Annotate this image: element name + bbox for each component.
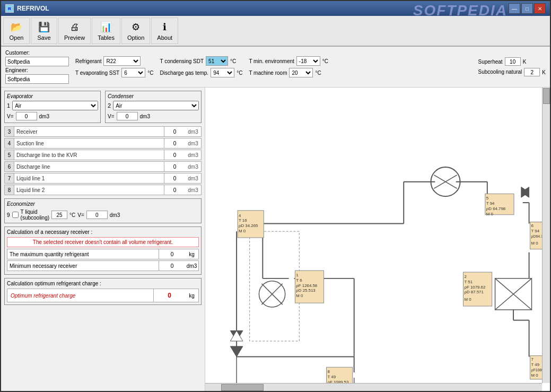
t-evap-unit: °C [147, 70, 153, 76]
subcooling-input[interactable] [524, 68, 540, 76]
t-machine-unit: °C [315, 70, 321, 76]
main-content: Evaporator 1 Air V= dm3 Condenser [1, 88, 550, 391]
row-num: 5 [5, 150, 14, 160]
superheat-unit: K [523, 59, 527, 65]
discharge-line-input[interactable] [164, 162, 185, 171]
suction-line-input[interactable] [164, 138, 185, 148]
volume-rows: 3 Receiver dm3 4 Suction line dm3 5 Disc… [4, 126, 202, 195]
main-window: R REFRIVOL SOFTPEDIA — □ ✕ 📂 Open 💾 Save… [0, 0, 551, 392]
subcooling-label: Subcooling natural [478, 69, 522, 75]
t-evap-row: T evaporating SST 6 °C [75, 68, 153, 77]
svg-text:M  0: M 0 [531, 241, 539, 246]
evap-inner: 1 Air [7, 101, 98, 110]
t-min-env-row: T min. environment -18 °C [249, 56, 328, 66]
superheat-section: Superheat K Subcooling natural K [478, 57, 546, 76]
max-qty-input[interactable] [159, 249, 185, 259]
about-button[interactable]: ℹ About [151, 18, 178, 44]
window-title: REFRIVOL [17, 5, 49, 12]
diagram-svg: 4 T 16 ρD 34.265 M 0 5 T 94 ρD 64.798 M … [205, 88, 550, 391]
discharge-select[interactable]: 94 [211, 68, 234, 77]
min-receiver-label: Minimum necessary receiver [7, 263, 159, 269]
scroll-thumb-vertical[interactable] [543, 88, 550, 104]
evap-v-input[interactable] [16, 112, 37, 120]
customer-input[interactable] [5, 57, 69, 66]
cond-v-unit: dm3 [140, 114, 150, 119]
evaporator-title: Evaporator [7, 93, 98, 99]
svg-text:ρD 25.513: ρD 25.513 [296, 288, 316, 293]
refrigerant-select[interactable]: R22R134aR404A [103, 56, 141, 66]
row-label: Receiver [14, 129, 164, 135]
title-bar: R REFRIVOL SOFTPEDIA — □ ✕ [1, 1, 550, 16]
superheat-input[interactable] [505, 57, 521, 66]
economizer-title: Economizer [7, 201, 199, 207]
t-condensing-select[interactable]: 51 [206, 56, 228, 66]
svg-text:T   6: T 6 [296, 278, 302, 283]
liquid-line2-input[interactable] [164, 185, 185, 195]
t-machine-select[interactable]: 20 [289, 68, 313, 77]
max-qty-unit: kg [185, 251, 198, 257]
optimum-value-input[interactable] [153, 289, 185, 302]
cond-num: 2 [108, 102, 111, 109]
t-evap-select[interactable]: 6 [121, 68, 145, 77]
close-button[interactable]: ✕ [534, 3, 546, 14]
minimize-button[interactable]: — [509, 3, 520, 14]
svg-rect-0 [205, 90, 550, 388]
optimum-label: Optimum refrigerant charge [7, 293, 153, 299]
title-bar-left: R REFRIVOL [5, 4, 49, 13]
window-controls: — □ ✕ [509, 3, 546, 14]
economizer-t-input[interactable] [51, 211, 67, 219]
discharge-row: Discharge gas temp. 94 °C [160, 68, 242, 77]
evap-v-row: V= dm3 [7, 112, 98, 120]
customer-section: Customer: Engineer: [5, 50, 69, 84]
svg-text:ρD 64.798: ρD 64.798 [486, 206, 506, 211]
row-label: Suction line [14, 141, 164, 146]
economizer-checkbox[interactable] [12, 212, 19, 218]
t-min-env-select[interactable]: -18 [296, 56, 320, 66]
save-icon: 💾 [38, 21, 50, 33]
evap-cond-row: Evaporator 1 Air V= dm3 Condenser [4, 91, 202, 123]
svg-text:ρF 1079.62: ρF 1079.62 [464, 285, 485, 290]
max-qty-row: The maximum quantity refrigerant kg [7, 249, 199, 259]
cond-v-row: V= dm3 [108, 112, 199, 120]
cond-v-input[interactable] [117, 112, 138, 120]
cond-inner: 2 Air [108, 101, 199, 110]
row-unit: dm3 [185, 187, 201, 193]
economizer-row: 9 T liquid(subcooling) °C V= dm3 [7, 209, 199, 221]
row-num: 8 [5, 185, 14, 195]
preview-icon: 🖨 [68, 21, 81, 33]
maximize-button[interactable]: □ [521, 3, 533, 14]
evap-v-unit: dm3 [39, 114, 49, 119]
discharge-kvr-input[interactable] [164, 150, 185, 160]
svg-text:5: 5 [486, 196, 489, 201]
discharge-label: Discharge gas temp. [160, 70, 208, 76]
t-condensing-label: T condensing SDT [160, 58, 204, 64]
evap-type-select[interactable]: Air [12, 101, 98, 110]
environment-section: T min. environment -18 °C T machine room… [249, 56, 328, 77]
economizer-v-input[interactable] [86, 211, 108, 219]
horizontal-scrollbar[interactable] [205, 383, 542, 391]
condenser-title: Condenser [108, 93, 199, 99]
svg-text:1: 1 [296, 273, 298, 277]
tables-button[interactable]: 📊 Tables [92, 18, 120, 44]
engineer-input[interactable] [5, 74, 69, 84]
condenser-box: Condenser 2 Air V= dm3 [105, 91, 202, 123]
liquid-line1-input[interactable] [164, 173, 185, 183]
scroll-thumb-horizontal[interactable] [221, 384, 264, 391]
preview-button[interactable]: 🖨 Preview [58, 18, 91, 44]
min-receiver-row: Minimum necessary receiver dm3 [7, 260, 199, 271]
t-min-env-label: T min. environment [249, 58, 294, 64]
open-button[interactable]: 📂 Open [3, 18, 30, 44]
save-button[interactable]: 💾 Save [31, 18, 57, 44]
min-receiver-input[interactable] [159, 261, 185, 271]
vertical-scrollbar[interactable] [542, 88, 550, 383]
superheat-label: Superheat [478, 59, 502, 65]
receiver-input[interactable] [164, 127, 185, 136]
cond-v-label: V= [108, 114, 115, 119]
svg-text:ρD 34.265: ρD 34.265 [239, 223, 258, 228]
row-unit: dm3 [185, 129, 201, 135]
option-button[interactable]: ⚙ Option [121, 18, 150, 44]
cond-type-select[interactable]: Air [113, 101, 199, 110]
subcooling-row: Subcooling natural K [478, 68, 546, 76]
row-unit: dm3 [185, 152, 201, 158]
subcooling-unit: K [542, 69, 546, 75]
